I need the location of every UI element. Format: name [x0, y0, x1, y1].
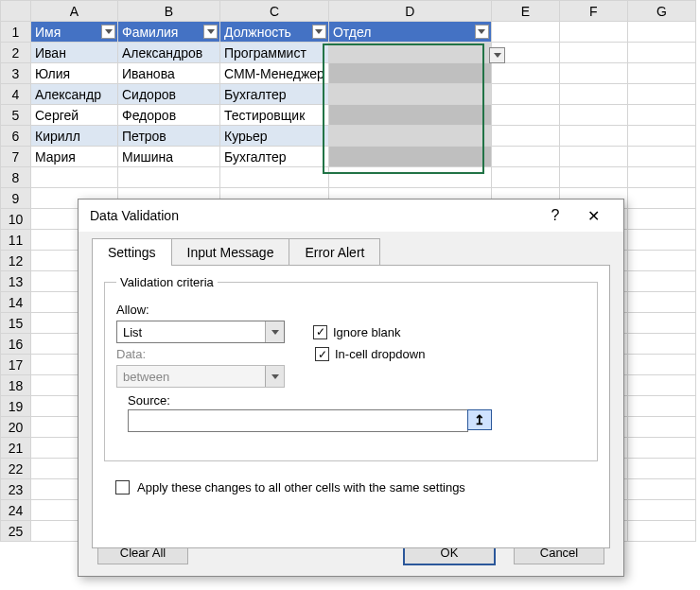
row-header-19[interactable]: 19 — [1, 396, 31, 417]
validation-dropdown-icon[interactable] — [489, 47, 505, 63]
cell[interactable]: Кирилл — [31, 126, 118, 147]
table-header-surname[interactable]: Фамилия — [118, 22, 220, 43]
col-header-G[interactable]: G — [627, 1, 695, 22]
cell[interactable] — [627, 271, 695, 292]
cell[interactable] — [627, 521, 695, 542]
table-header-name[interactable]: Имя — [31, 22, 118, 43]
incell-dropdown-checkbox[interactable]: ✓ In-cell dropdown — [315, 347, 425, 361]
row-header-23[interactable]: 23 — [1, 479, 31, 500]
cell[interactable]: Юлия — [31, 63, 118, 84]
cell-selected[interactable] — [328, 63, 491, 84]
row-header-3[interactable]: 3 — [1, 63, 31, 84]
cell[interactable] — [627, 334, 695, 355]
row-header-12[interactable]: 12 — [1, 251, 31, 271]
cell[interactable]: Программист — [220, 43, 329, 63]
cell[interactable] — [627, 167, 695, 188]
range-picker-button[interactable]: ↥ — [467, 409, 492, 430]
row-header-20[interactable]: 20 — [1, 417, 31, 438]
col-header-A[interactable]: A — [31, 1, 118, 22]
cell[interactable] — [627, 22, 695, 43]
cell[interactable]: Мишина — [118, 147, 220, 167]
cell[interactable] — [491, 167, 559, 188]
cell[interactable] — [31, 167, 118, 188]
cell[interactable] — [559, 43, 627, 63]
cell[interactable]: Бухгалтер — [220, 84, 329, 105]
tab-input-message[interactable]: Input Message — [171, 238, 290, 266]
row-header-5[interactable]: 5 — [1, 105, 31, 126]
cell[interactable] — [627, 43, 695, 63]
cell[interactable] — [627, 84, 695, 105]
cell[interactable]: Федоров — [118, 105, 220, 126]
cell[interactable]: Бухгалтер — [220, 147, 329, 167]
dialog-titlebar[interactable]: Data Validation ? ✕ — [79, 200, 623, 232]
row-header-21[interactable]: 21 — [1, 438, 31, 459]
help-button[interactable]: ? — [536, 207, 574, 224]
cell[interactable] — [491, 22, 559, 43]
cell[interactable]: Тестировщик — [220, 105, 329, 126]
cell[interactable] — [627, 355, 695, 375]
close-icon[interactable]: ✕ — [574, 207, 612, 225]
cell[interactable] — [491, 84, 559, 105]
row-header-13[interactable]: 13 — [1, 271, 31, 292]
cell[interactable]: СММ-Менеджер — [220, 63, 329, 84]
row-header-9[interactable]: 9 — [1, 188, 31, 209]
cell[interactable] — [627, 105, 695, 126]
cell[interactable]: Курьер — [220, 126, 329, 147]
cell[interactable] — [627, 63, 695, 84]
row-header-6[interactable]: 6 — [1, 126, 31, 147]
row-header-14[interactable]: 14 — [1, 292, 31, 313]
cell[interactable] — [627, 230, 695, 251]
row-header-7[interactable]: 7 — [1, 147, 31, 167]
cell[interactable] — [627, 417, 695, 438]
cell[interactable] — [491, 147, 559, 167]
cell-selected[interactable] — [328, 84, 491, 105]
cell[interactable] — [559, 126, 627, 147]
cell-selected[interactable] — [328, 147, 491, 167]
filter-arrow-icon[interactable] — [475, 25, 489, 39]
cell[interactable]: Иван — [31, 43, 118, 63]
cell-selected[interactable] — [328, 105, 491, 126]
row-header-22[interactable]: 22 — [1, 459, 31, 479]
table-header-department[interactable]: Отдел — [328, 22, 491, 43]
cell[interactable] — [220, 167, 329, 188]
cell[interactable] — [118, 167, 220, 188]
row-header-24[interactable]: 24 — [1, 500, 31, 521]
row-header-4[interactable]: 4 — [1, 84, 31, 105]
filter-arrow-icon[interactable] — [101, 25, 115, 39]
cell[interactable] — [627, 438, 695, 459]
cell[interactable] — [559, 63, 627, 84]
cell[interactable] — [627, 188, 695, 209]
cell[interactable]: Александров — [118, 43, 220, 63]
chevron-down-icon[interactable] — [265, 321, 284, 342]
row-header-17[interactable]: 17 — [1, 355, 31, 375]
cell[interactable]: Александр — [31, 84, 118, 105]
row-header-11[interactable]: 11 — [1, 230, 31, 251]
cell[interactable] — [559, 147, 627, 167]
cell[interactable]: Мария — [31, 147, 118, 167]
cell[interactable]: Сергей — [31, 105, 118, 126]
cell[interactable] — [627, 396, 695, 417]
cell[interactable] — [328, 167, 491, 188]
col-header-D[interactable]: D — [328, 1, 491, 22]
cell[interactable]: Петров — [118, 126, 220, 147]
cell[interactable] — [559, 167, 627, 188]
col-header-B[interactable]: B — [118, 1, 220, 22]
cell[interactable] — [491, 63, 559, 84]
cell[interactable] — [627, 126, 695, 147]
ignore-blank-checkbox[interactable]: ✓ Ignore blank — [313, 325, 401, 339]
table-header-position[interactable]: Должность — [220, 22, 329, 43]
row-header-16[interactable]: 16 — [1, 334, 31, 355]
tab-settings[interactable]: Settings — [92, 238, 172, 266]
cell[interactable] — [627, 209, 695, 230]
cell[interactable] — [559, 84, 627, 105]
cell[interactable] — [491, 105, 559, 126]
filter-arrow-icon[interactable] — [203, 25, 218, 39]
cell[interactable]: Сидоров — [118, 84, 220, 105]
source-input[interactable] — [129, 410, 467, 431]
allow-combobox[interactable]: List — [116, 321, 285, 343]
cell[interactable] — [559, 22, 627, 43]
tab-error-alert[interactable]: Error Alert — [289, 238, 380, 266]
cell[interactable] — [627, 375, 695, 396]
row-header-2[interactable]: 2 — [1, 43, 31, 63]
col-header-E[interactable]: E — [491, 1, 559, 22]
